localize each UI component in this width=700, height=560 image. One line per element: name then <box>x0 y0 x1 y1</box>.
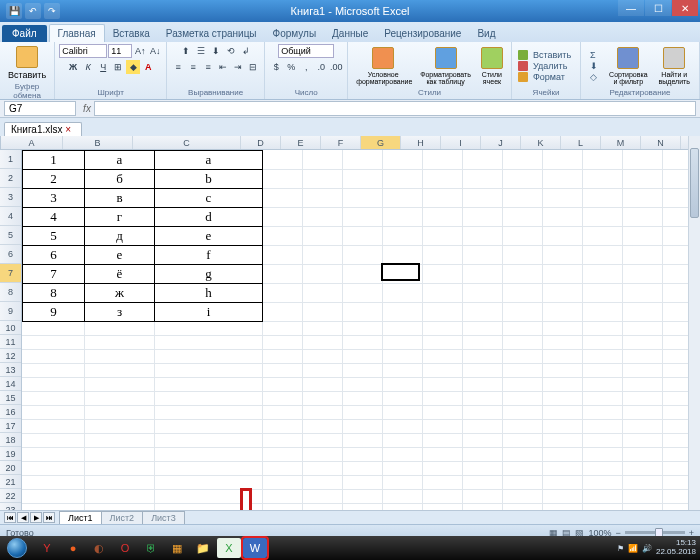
taskbar-clock[interactable]: 15:13 22.05.2018 <box>656 539 696 557</box>
cell[interactable]: 1 <box>23 151 85 170</box>
row-header-7[interactable]: 7 <box>0 264 21 283</box>
find-select-button[interactable]: Найти и выделить <box>654 45 695 87</box>
row-header-10[interactable]: 10 <box>0 321 21 335</box>
cell[interactable]: a <box>155 151 263 170</box>
maximize-button[interactable]: ☐ <box>645 0 671 16</box>
clear-button[interactable]: ◇ <box>585 72 603 82</box>
taskbar-app-icon[interactable]: Y <box>35 538 59 558</box>
col-header-G[interactable]: G <box>361 136 401 149</box>
qat-save-icon[interactable]: 💾 <box>6 3 22 19</box>
fill-button[interactable]: ⬇ <box>585 61 603 71</box>
comma-icon[interactable]: , <box>299 60 313 74</box>
formula-input[interactable] <box>94 101 696 116</box>
cell[interactable]: h <box>155 284 263 303</box>
cell[interactable]: d <box>155 208 263 227</box>
row-header-17[interactable]: 17 <box>0 419 21 433</box>
tab-view[interactable]: Вид <box>469 25 503 42</box>
taskbar-app-icon[interactable]: 📁 <box>191 538 215 558</box>
paste-button[interactable]: Вставить <box>4 44 50 82</box>
col-header-E[interactable]: E <box>281 136 321 149</box>
close-button[interactable]: ✕ <box>672 0 698 16</box>
cell[interactable]: 2 <box>23 170 85 189</box>
row-header-19[interactable]: 19 <box>0 447 21 461</box>
orientation-icon[interactable]: ⟲ <box>224 44 238 58</box>
row-header-9[interactable]: 9 <box>0 302 21 321</box>
align-right-icon[interactable]: ≡ <box>201 60 215 74</box>
cell[interactable]: ж <box>85 284 155 303</box>
tray-flag-icon[interactable]: ⚑ <box>617 544 624 553</box>
col-header-D[interactable]: D <box>241 136 281 149</box>
cell[interactable]: б <box>85 170 155 189</box>
cell[interactable]: 5 <box>23 227 85 246</box>
fill-color-button[interactable]: ◆ <box>126 60 140 74</box>
cell[interactable]: 8 <box>23 284 85 303</box>
row-header-1[interactable]: 1 <box>0 150 21 169</box>
cell[interactable]: b <box>155 170 263 189</box>
tray-volume-icon[interactable]: 🔊 <box>642 544 652 553</box>
vertical-scrollbar[interactable] <box>688 136 700 510</box>
qat-undo-icon[interactable]: ↶ <box>25 3 41 19</box>
cell[interactable]: e <box>155 227 263 246</box>
tray-network-icon[interactable]: 📶 <box>628 544 638 553</box>
col-header-A[interactable]: A <box>1 136 63 149</box>
start-button[interactable] <box>0 536 34 560</box>
cell[interactable]: g <box>155 265 263 284</box>
row-header-11[interactable]: 11 <box>0 335 21 349</box>
font-name-combo[interactable]: Calibri <box>59 44 107 58</box>
currency-icon[interactable]: $ <box>269 60 283 74</box>
insert-cells-button[interactable]: Вставить <box>516 50 576 60</box>
col-header-L[interactable]: L <box>561 136 601 149</box>
row-header-14[interactable]: 14 <box>0 377 21 391</box>
taskbar-app-icon[interactable]: O <box>113 538 137 558</box>
minimize-button[interactable]: — <box>618 0 644 16</box>
cell-styles-button[interactable]: Стили ячеек <box>477 45 507 87</box>
italic-button[interactable]: К <box>81 60 95 74</box>
delete-cells-button[interactable]: Удалить <box>516 61 576 71</box>
workbook-tab[interactable]: Книга1.xlsx × <box>4 122 82 136</box>
spreadsheet-grid[interactable]: ABCDEFGHIJKLMNO 123456789101112131415161… <box>0 136 700 524</box>
row-header-4[interactable]: 4 <box>0 207 21 226</box>
tab-data[interactable]: Данные <box>324 25 376 42</box>
cell[interactable]: в <box>85 189 155 208</box>
cell[interactable]: 7 <box>23 265 85 284</box>
align-bottom-icon[interactable]: ⬇ <box>209 44 223 58</box>
cell[interactable]: д <box>85 227 155 246</box>
format-as-table-button[interactable]: Форматировать как таблицу <box>416 45 475 87</box>
cell[interactable]: ё <box>85 265 155 284</box>
row-header-5[interactable]: 5 <box>0 226 21 245</box>
qat-redo-icon[interactable]: ↷ <box>44 3 60 19</box>
sheet-tab-3[interactable]: Лист3 <box>142 511 185 524</box>
decrease-font-icon[interactable]: A↓ <box>148 44 162 58</box>
autosum-button[interactable]: Σ <box>585 50 603 60</box>
sheet-nav-first[interactable]: ⏮ <box>4 512 16 523</box>
row-header-16[interactable]: 16 <box>0 405 21 419</box>
row-header-15[interactable]: 15 <box>0 391 21 405</box>
sheet-tab-1[interactable]: Лист1 <box>59 511 102 524</box>
cell[interactable]: 3 <box>23 189 85 208</box>
cell[interactable]: 6 <box>23 246 85 265</box>
cell[interactable]: 9 <box>23 303 85 322</box>
taskbar-app-icon[interactable]: X <box>217 538 241 558</box>
taskbar-app-icon[interactable]: ▦ <box>165 538 189 558</box>
dec-decimal-icon[interactable]: .00 <box>329 60 343 74</box>
col-header-H[interactable]: H <box>401 136 441 149</box>
cell[interactable]: г <box>85 208 155 227</box>
sheet-nav-next[interactable]: ▶ <box>30 512 42 523</box>
align-top-icon[interactable]: ⬆ <box>179 44 193 58</box>
taskbar-app-icon[interactable]: ◐ <box>87 538 111 558</box>
align-center-icon[interactable]: ≡ <box>186 60 200 74</box>
close-tab-icon[interactable]: × <box>65 124 71 135</box>
merge-icon[interactable]: ⊟ <box>246 60 260 74</box>
row-header-2[interactable]: 2 <box>0 169 21 188</box>
tab-insert[interactable]: Вставка <box>105 25 158 42</box>
cells-area[interactable]: 1аa2бb3вc4гd5дe6еf7ёg8жh9зi Документ1 - … <box>22 150 700 524</box>
row-header-6[interactable]: 6 <box>0 245 21 264</box>
indent-inc-icon[interactable]: ⇥ <box>231 60 245 74</box>
col-header-C[interactable]: C <box>133 136 241 149</box>
sheet-tab-2[interactable]: Лист2 <box>101 511 144 524</box>
tab-home[interactable]: Главная <box>49 24 105 42</box>
cell[interactable]: 4 <box>23 208 85 227</box>
font-size-combo[interactable]: 11 <box>108 44 132 58</box>
taskbar-app-icon[interactable]: ⛨ <box>139 538 163 558</box>
col-header-F[interactable]: F <box>321 136 361 149</box>
